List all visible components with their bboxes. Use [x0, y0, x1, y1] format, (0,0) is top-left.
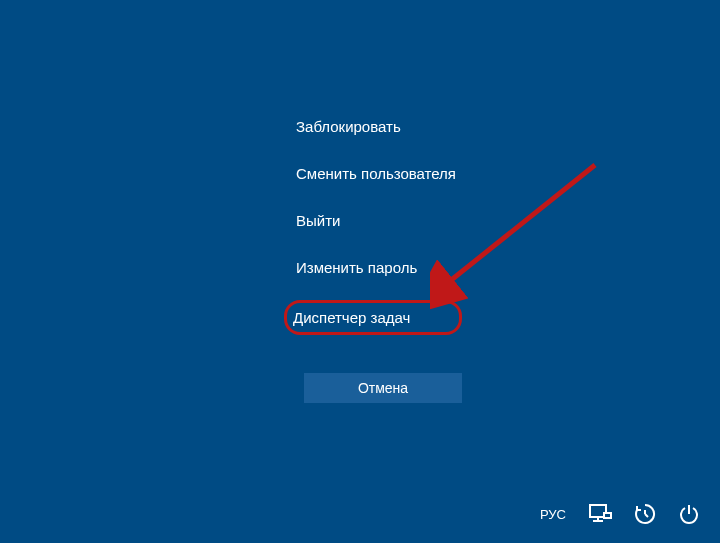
- menu-item-sign-out[interactable]: Выйти: [290, 204, 462, 237]
- menu-item-switch-user[interactable]: Сменить пользователя: [290, 157, 462, 190]
- svg-rect-5: [604, 513, 611, 518]
- power-icon[interactable]: [678, 503, 700, 525]
- cancel-button[interactable]: Отмена: [304, 373, 462, 403]
- menu-item-lock[interactable]: Заблокировать: [290, 110, 462, 143]
- menu-item-task-manager[interactable]: Диспетчер задач: [284, 300, 462, 335]
- svg-line-1: [445, 165, 595, 285]
- security-options-menu: Заблокировать Сменить пользователя Выйти…: [290, 110, 462, 403]
- network-icon[interactable]: [588, 503, 612, 525]
- menu-item-change-password[interactable]: Изменить пароль: [290, 251, 462, 284]
- system-tray: РУС: [540, 503, 700, 525]
- language-indicator[interactable]: РУС: [540, 507, 566, 522]
- svg-line-7: [645, 514, 648, 517]
- ease-of-access-icon[interactable]: [634, 503, 656, 525]
